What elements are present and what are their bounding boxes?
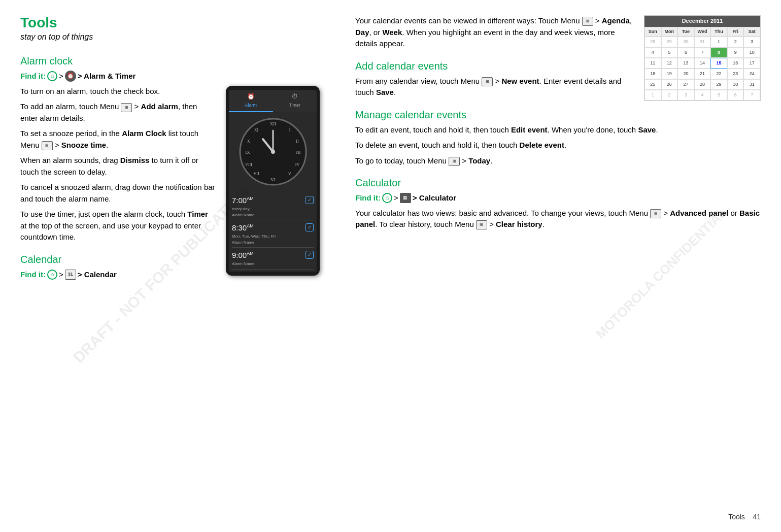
alarm-3-info: 9:00AM Alarm Name	[232, 250, 254, 267]
cal-cell: 2	[727, 37, 744, 47]
left-column: Tools stay on top of things Alarm clock …	[20, 15, 335, 517]
calculator-body: Your calculator has two views: basic and…	[355, 208, 761, 230]
alarm-2-sub2: Alarm Name	[232, 240, 276, 246]
cal-cell: 29	[710, 79, 727, 90]
cal-cell: 25	[644, 79, 661, 90]
calculator-heading: Calculator	[355, 176, 761, 190]
arrow-gt: >	[59, 71, 63, 82]
cal-mini-header: December 2011	[644, 16, 760, 27]
svg-point-15	[271, 150, 275, 154]
page-subtitle: stay on top of things	[20, 31, 320, 43]
cal-cell: 28	[644, 37, 661, 47]
page-title: Tools	[20, 15, 320, 31]
alarm-icon: ⏰	[65, 71, 76, 82]
alarm-2-time: 8:30AM	[232, 222, 276, 234]
cal-cell: 17	[743, 58, 760, 69]
cal-cell: 31	[743, 79, 760, 90]
cal-cell: 10	[743, 47, 760, 58]
cal-cell: 21	[694, 69, 711, 79]
cal-cell: 13	[677, 58, 694, 69]
calc-arrow: >	[394, 192, 398, 204]
cal-cell: 22	[710, 69, 727, 79]
manage-events-body3: To go to today, touch Menu ⊞ > Today.	[355, 155, 761, 167]
phone-mockup: ⏰ Alarm ⏱ Timer	[226, 86, 320, 276]
cal-cell: 9	[727, 47, 744, 58]
calendar-find-it-line: Find it: ⌂ > 31 > Calendar	[20, 269, 216, 280]
clock-face-section: XII III VI IX I II IV V VII VIII X XI	[229, 112, 317, 191]
svg-text:IX: IX	[245, 150, 250, 155]
cal-cell: 4	[644, 47, 661, 58]
cal-cell: 3	[677, 90, 694, 101]
cal-cell: 14	[694, 58, 711, 69]
cal-cell: 26	[661, 79, 678, 90]
day-wed: Wed	[694, 27, 711, 37]
alarm-1-sub2: Alarm Name	[232, 212, 254, 218]
page-header: Tools stay on top of things	[20, 15, 320, 43]
phone-outer: ⏰ Alarm ⏱ Timer	[226, 86, 320, 276]
alarm-clock-section: Alarm clock Find it: ⌂ > ⏰ > Alarm & Tim…	[20, 54, 320, 243]
cal-cell: 2	[661, 90, 678, 101]
alarm-find-it-line: Find it: ⌂ > ⏰ > Alarm & Timer	[20, 71, 320, 82]
calc-label: > Calculator	[413, 192, 456, 204]
cal-cell: 6	[727, 90, 744, 101]
alarm-2-sub1: Mon, Tue, Wed, Thu, Fri	[232, 234, 276, 240]
alarm-1-time: 7:00AM	[232, 195, 254, 206]
page-number-area: Tools 41	[728, 512, 761, 522]
svg-text:VII: VII	[253, 172, 259, 176]
phone-tabs: ⏰ Alarm ⏱ Timer	[229, 90, 317, 112]
alarm-timer-label: > Alarm & Timer	[78, 71, 136, 82]
svg-text:VIII: VIII	[245, 162, 252, 167]
day-sun: Sun	[644, 27, 661, 37]
find-it-label: Find it:	[20, 71, 46, 82]
cal-cell: 5	[661, 47, 678, 58]
calendar-label: > Calendar	[78, 269, 117, 280]
cal-cell: 19	[661, 69, 678, 79]
tab-timer: ⏱ Timer	[273, 90, 317, 112]
cal-cell-today: 8	[710, 47, 727, 58]
cal-cell: 30	[727, 79, 744, 90]
manage-calendar-events-section: Manage calendar events To edit an event,…	[355, 108, 761, 167]
svg-text:X: X	[247, 139, 250, 144]
cal-cell: 3	[743, 37, 760, 47]
calc-icon: ▦	[400, 193, 411, 203]
home-icon: ⌂	[47, 71, 57, 81]
cal-cell: 24	[743, 69, 760, 79]
alarm-item-1: 7:00AM every day Alarm Name ✓	[232, 193, 314, 220]
day-sat: Sat	[743, 27, 760, 37]
cal-cell: 5	[710, 90, 727, 101]
alarm-item-2: 8:30AM Mon, Tue, Wed, Thu, Fri Alarm Nam…	[232, 220, 314, 248]
cal-cell: 6	[677, 47, 694, 58]
svg-text:II: II	[296, 139, 299, 144]
calculator-section: Calculator Find it: ⌂ > ▦ > Calculator Y…	[355, 176, 761, 230]
alarm-2-info: 8:30AM Mon, Tue, Wed, Thu, Fri Alarm Nam…	[232, 222, 276, 245]
cal-days-header: Sun Mon Tue Wed Thu Fri Sat	[644, 27, 760, 37]
alarm-3-time: 9:00AM	[232, 250, 254, 261]
day-thu: Thu	[710, 27, 727, 37]
cal-cell: 30	[677, 37, 694, 47]
calendar-arrow: >	[59, 269, 63, 280]
page-label-text: Tools	[728, 513, 745, 521]
calc-find-it-label: Find it:	[355, 192, 381, 204]
cal-cell: 18	[644, 69, 661, 79]
cal-cell: 23	[727, 69, 744, 79]
alarm-3-check: ✓	[305, 251, 314, 259]
page-number: 41	[753, 513, 761, 521]
day-fri: Fri	[727, 27, 744, 37]
manage-calendar-events-heading: Manage calendar events	[355, 108, 761, 122]
timer-tab-icon: ⏱	[292, 92, 298, 101]
cal-cell: 28	[694, 79, 711, 90]
alarm-clock-heading: Alarm clock	[20, 54, 320, 69]
cal-cell: 7	[694, 47, 711, 58]
cal-grid: 28 29 30 31 1 2 3 4 5 6 7 8 9 10 11 12 1…	[644, 37, 760, 101]
cal-cell: 4	[694, 90, 711, 101]
cal-cell: 11	[644, 58, 661, 69]
cal-cell: 31	[694, 37, 711, 47]
calendar-find-it-label: Find it:	[20, 269, 46, 280]
cal-cell: 16	[727, 58, 744, 69]
cal-cell-highlight: 15	[710, 58, 727, 69]
svg-text:XII: XII	[269, 121, 276, 126]
svg-text:I: I	[289, 128, 290, 132]
svg-text:VI: VI	[270, 177, 276, 182]
alarm-list: 7:00AM every day Alarm Name ✓ 8:3	[229, 191, 317, 271]
alarm-item-3: 9:00AM Alarm Name ✓	[232, 248, 314, 269]
